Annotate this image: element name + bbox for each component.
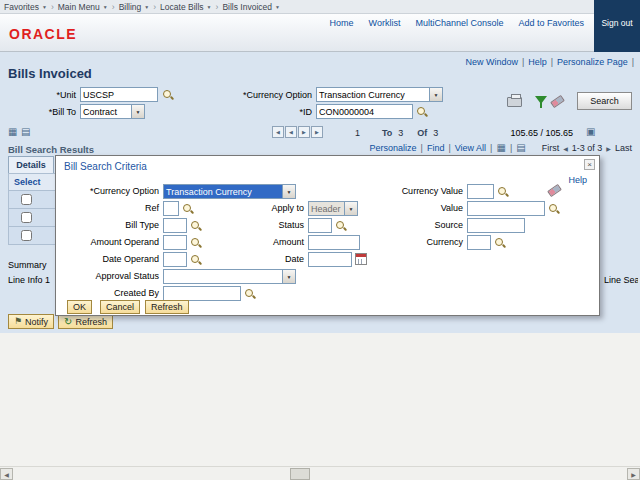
nav-to-label: To [382,128,392,138]
dlg-ref-lookup-icon[interactable] [182,203,193,214]
dlg-bill-type-lookup-icon[interactable] [190,220,201,231]
nav-first-icon[interactable] [272,126,284,138]
dlg-created-by-input[interactable] [163,286,241,301]
tab-details[interactable]: Details [8,156,54,173]
dlg-currency-option-select[interactable]: Transaction Currency [163,184,296,199]
dlg-currency-lookup-icon[interactable] [494,237,505,248]
dlg-value-lookup-icon[interactable] [548,203,559,214]
detail-grid-icon[interactable] [586,127,595,137]
notify-button[interactable]: Notify [8,314,54,329]
breadcrumb-item-bills-invoiced[interactable]: Bills Invoiced [222,2,280,12]
pager-first-label[interactable]: First [542,143,560,153]
search-button[interactable]: Search [577,92,632,110]
personalize-page-link[interactable]: Personalize Page [557,57,628,67]
breadcrumb: Favorites Main Menu Billing Locate Bills… [0,0,594,14]
scroll-left-icon[interactable] [0,468,13,480]
pager-prev-icon[interactable] [563,145,568,152]
dlg-amount-operand-input[interactable] [163,235,187,250]
dlg-date-operand-lookup-icon[interactable] [190,254,201,265]
dlg-currency-value-lookup-icon[interactable] [497,186,508,197]
dlg-apply-to-select: Header [308,201,358,216]
download-icon[interactable] [516,143,525,153]
x-glyph [587,160,592,169]
ok-button[interactable]: OK [67,300,92,314]
dropdown-arrow-icon[interactable] [282,185,295,198]
dlg-value-input[interactable] [467,201,545,216]
dropdown-arrow-icon[interactable] [131,105,144,118]
dlg-currency-value-input[interactable] [467,184,494,199]
line-search-link[interactable]: Line Sear [604,275,638,285]
add-to-favorites-link[interactable]: Add to Favorites [518,18,584,28]
unit-input[interactable] [80,87,158,102]
nav-of-label: Of [417,128,427,138]
printer-icon[interactable] [507,97,522,107]
dlg-date-input[interactable] [308,252,352,267]
dialog-help-link[interactable]: Help [568,175,587,185]
dlg-bill-type-input[interactable] [163,218,187,233]
breadcrumb-separator [112,2,115,12]
help-link[interactable]: Help [528,57,547,67]
multichannel-console-link[interactable]: MultiChannel Console [415,18,503,28]
dlg-currency-input[interactable] [467,235,491,250]
dlg-created-by-label: Created By [59,288,159,298]
nav-next-icon[interactable] [298,126,310,138]
personalize-link[interactable]: Personalize [370,143,417,153]
breadcrumb-item-main-menu[interactable]: Main Menu [58,2,108,12]
horizontal-scrollbar[interactable] [0,466,640,480]
download-grid-icon[interactable] [21,127,30,137]
row-select-checkbox[interactable] [21,194,32,205]
breadcrumb-item-favorites[interactable]: Favorites [4,2,47,12]
refresh-dialog-button[interactable]: Refresh [145,300,189,314]
nav-prev-icon[interactable] [285,126,297,138]
calendar-icon[interactable] [355,253,367,265]
chevron-down-icon [287,274,292,280]
dlg-date-operand-input[interactable] [163,252,187,267]
personalize-grid-icon[interactable] [496,143,505,153]
find-link[interactable]: Find [427,143,445,153]
pager-next-icon[interactable] [606,145,611,152]
dlg-approval-status-select[interactable] [163,269,296,284]
dlg-currency-option-value: Transaction Currency [164,185,282,198]
currency-option-select[interactable]: Transaction Currency [316,87,443,102]
left-arrow-icon [4,471,9,478]
id-input[interactable] [316,104,413,119]
dlg-status-lookup-icon[interactable] [335,220,346,231]
sign-out-link[interactable]: Sign out [594,18,640,28]
unit-label: *Unit [2,90,76,100]
new-window-link[interactable]: New Window [465,57,518,67]
breadcrumb-item-locate-bills[interactable]: Locate Bills [160,2,211,12]
close-icon[interactable] [584,159,595,170]
scroll-right-icon[interactable] [627,468,640,480]
dropdown-arrow-icon[interactable] [282,270,295,283]
dlg-created-by-lookup-icon[interactable] [244,288,255,299]
right-arrow-icon [315,129,319,135]
dlg-status-label: Status [204,220,304,230]
bill-to-label: *Bill To [2,107,76,117]
dropdown-arrow-icon[interactable] [429,88,442,101]
dlg-ref-input[interactable] [163,201,179,216]
breadcrumb-item-billing[interactable]: Billing [119,2,150,12]
row-select-checkbox[interactable] [21,230,32,241]
home-link[interactable]: Home [330,18,354,28]
funnel-icon[interactable] [535,96,547,104]
dlg-amount-input[interactable] [308,235,360,250]
bill-to-select[interactable]: Contract [80,104,145,119]
dlg-date-label: Date [204,254,304,264]
refresh-toolbar-button[interactable]: Refresh [58,314,113,329]
cancel-button[interactable]: Cancel [100,300,140,314]
oracle-logo: ORACLE [9,26,77,42]
id-lookup-icon[interactable] [416,106,427,117]
zoom-grid-icon[interactable] [8,127,17,137]
scroll-thumb[interactable] [290,468,310,480]
dlg-amount-operand-lookup-icon[interactable] [190,237,201,248]
nav-last-icon[interactable] [311,126,323,138]
row-select-checkbox[interactable] [21,212,32,223]
pager-last-label[interactable]: Last [615,143,632,153]
dlg-eraser-icon[interactable] [547,184,562,197]
dlg-status-input[interactable] [308,218,332,233]
table-row [8,227,56,245]
dlg-source-input[interactable] [467,218,525,233]
unit-lookup-icon[interactable] [162,89,173,100]
worklist-link[interactable]: Worklist [369,18,401,28]
view-all-link[interactable]: View All [455,143,486,153]
